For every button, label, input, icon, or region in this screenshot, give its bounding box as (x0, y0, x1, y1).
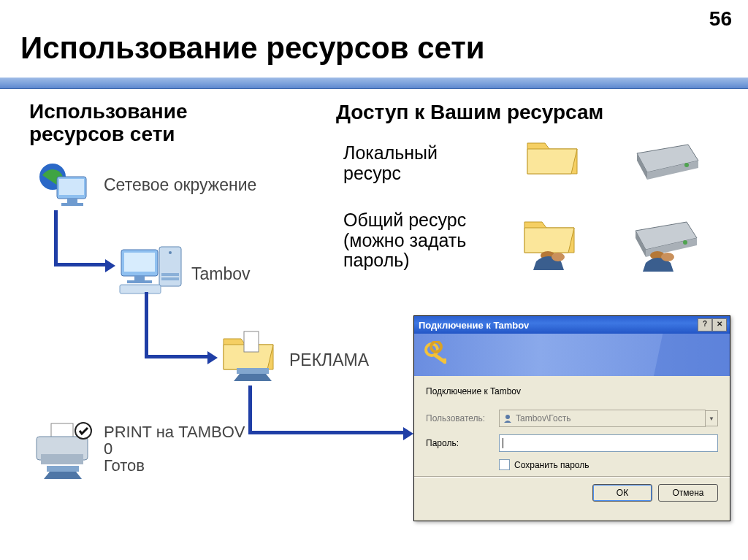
user-dropdown-button[interactable]: ▼ (706, 410, 718, 426)
svg-point-23 (552, 253, 565, 261)
network-places-icon (35, 161, 96, 212)
password-label: Пароль: (426, 438, 499, 448)
printer-status: Готов (104, 457, 245, 474)
svg-rect-29 (443, 358, 446, 364)
network-places-label: Сетевое окружение (104, 175, 256, 195)
dialog-separator (414, 476, 730, 477)
close-button[interactable]: ✕ (712, 318, 727, 331)
dialog-titlebar[interactable]: Подключение к Tambov ? ✕ (414, 316, 730, 334)
svg-rect-3 (67, 199, 77, 203)
printer-count: 0 (104, 440, 245, 457)
drive-icon (630, 140, 703, 184)
computer-label: Tambov (191, 264, 251, 284)
shared-folder-icon (520, 212, 586, 275)
network-places-block (35, 161, 96, 212)
ok-button[interactable]: ОК (592, 484, 652, 502)
shared-folder-block (219, 329, 283, 387)
folder-icon (523, 133, 581, 184)
connect-dialog: Подключение к Tambov ? ✕ Подключение к T… (413, 315, 730, 521)
svg-rect-14 (244, 331, 259, 352)
printer-name: PRINT на TAMBOV (104, 423, 245, 440)
remember-label: Сохранить пароль (514, 460, 589, 470)
page-number: 56 (709, 7, 732, 31)
user-field[interactable]: Tambov\Гость (499, 410, 706, 427)
arrow-1 (54, 210, 127, 276)
computer-icon (117, 242, 187, 298)
svg-point-26 (661, 253, 674, 261)
network-printer-icon (29, 421, 99, 486)
shared-resource-text: Общий ресурс (можно задать пароль) (343, 210, 466, 271)
dialog-banner (414, 334, 730, 376)
local-resource-text: Локальный ресурс (343, 143, 438, 183)
svg-point-21 (684, 163, 689, 167)
right-heading: Доступ к Вашим ресурсам (336, 101, 603, 124)
shared-drive-icon (627, 218, 706, 275)
svg-rect-6 (161, 273, 179, 276)
password-field[interactable] (499, 434, 718, 452)
arrow-3 (248, 386, 424, 451)
dialog-heading: Подключение к Tambov (426, 386, 718, 396)
svg-rect-11 (134, 276, 145, 280)
svg-rect-19 (47, 466, 79, 472)
keys-icon (423, 341, 452, 370)
svg-point-31 (505, 415, 510, 419)
svg-point-8 (169, 251, 172, 254)
svg-rect-10 (124, 253, 155, 272)
svg-rect-18 (41, 454, 83, 464)
printer-label: PRINT на TAMBOV 0 Готов (104, 423, 245, 474)
page-title: Использование ресурсов сети (20, 31, 485, 66)
svg-rect-4 (61, 203, 83, 206)
printer-block (29, 421, 99, 486)
svg-rect-12 (127, 280, 152, 283)
arrow-2 (145, 292, 225, 365)
svg-rect-7 (161, 277, 179, 280)
computer-block (117, 242, 187, 298)
user-label: Пользователь: (426, 413, 499, 423)
svg-rect-2 (59, 179, 84, 195)
help-button[interactable]: ? (698, 318, 712, 331)
user-icon (503, 413, 513, 423)
cancel-button[interactable]: Отмена (658, 484, 718, 502)
shared-folder-label: РЕКЛАМА (289, 350, 369, 370)
svg-rect-15 (237, 368, 269, 374)
shared-folder-icon (219, 329, 283, 387)
svg-point-24 (683, 240, 687, 245)
remember-checkbox[interactable] (499, 459, 510, 470)
title-rule (0, 77, 748, 89)
user-value: Tambov\Гость (516, 413, 570, 423)
dialog-title-text: Подключение к Tambov (419, 320, 529, 331)
left-heading: Использование ресурсов сети (29, 101, 187, 146)
svg-rect-13 (120, 285, 161, 294)
